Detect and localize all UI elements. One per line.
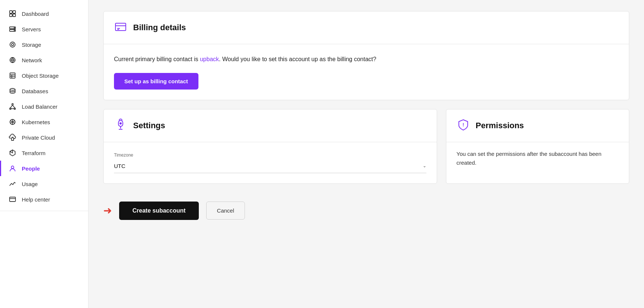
settings-card: Settings Timezone UTC ⌄ [103, 109, 437, 184]
billing-card-header: Billing details [104, 11, 629, 44]
svg-marker-30 [10, 150, 13, 153]
kubernetes-icon [8, 118, 17, 126]
storage-icon [8, 41, 17, 49]
terraform-icon [8, 149, 17, 157]
permissions-icon: ! [457, 118, 470, 133]
sidebar-item-help-center[interactable]: Help center [0, 192, 88, 207]
sidebar-item-object-storage[interactable]: Object Storage [0, 68, 88, 83]
settings-icon [114, 118, 127, 133]
svg-line-20 [10, 105, 13, 108]
sidebar-item-label: Help center [22, 196, 50, 203]
permissions-card-header: ! Permissions [446, 109, 629, 142]
settings-card-header: Settings [104, 109, 437, 142]
billing-contact-link[interactable]: upback [200, 56, 219, 62]
permissions-card: ! Permissions You can set the permission… [446, 109, 629, 184]
sidebar-item-databases[interactable]: Databases [0, 83, 88, 99]
sidebar-item-label: Load Balancer [22, 104, 58, 110]
set-billing-contact-button[interactable]: Set up as billing contact [114, 73, 198, 90]
sidebar-item-label: Network [22, 57, 42, 63]
svg-rect-32 [10, 197, 15, 202]
billing-card-body: Current primary billing contact is upbac… [104, 44, 629, 100]
settings-permissions-section: Settings Timezone UTC ⌄ ! [103, 109, 629, 193]
sidebar-item-network[interactable]: Network [0, 52, 88, 68]
sidebar-item-label: Usage [22, 181, 38, 187]
sidebar-item-private-cloud[interactable]: Private Cloud [0, 130, 88, 145]
footer-actions: ➜ Create subaccount Cancel [103, 202, 629, 220]
sidebar-item-label: Private Cloud [22, 134, 55, 141]
create-subaccount-button[interactable]: Create subaccount [119, 202, 199, 220]
arrow-container: ➜ [103, 204, 112, 217]
svg-rect-27 [11, 138, 14, 140]
svg-point-6 [14, 28, 15, 28]
sidebar-item-label: Servers [22, 26, 41, 32]
sidebar-item-terraform[interactable]: Terraform [0, 145, 88, 161]
svg-point-7 [14, 30, 15, 31]
main-content: Billing details Current primary billing … [89, 0, 644, 308]
svg-rect-1 [13, 11, 15, 13]
timezone-label: Timezone [114, 153, 426, 158]
people-icon [8, 164, 17, 172]
svg-point-31 [11, 166, 14, 169]
svg-point-16 [10, 88, 15, 90]
sidebar-item-label: Databases [22, 88, 48, 94]
permissions-card-title: Permissions [476, 121, 524, 130]
billing-card-title: Billing details [133, 23, 186, 32]
svg-point-9 [11, 43, 14, 46]
sidebar-item-label: People [22, 165, 40, 172]
load-balancer-icon [8, 102, 17, 111]
settings-card-body: Timezone UTC ⌄ [104, 142, 437, 183]
object-storage-icon [8, 71, 17, 80]
permissions-description: You can set the permissions after the su… [446, 142, 629, 178]
timezone-field: Timezone UTC ⌄ [114, 153, 426, 173]
billing-description: Current primary billing contact is upbac… [114, 55, 619, 64]
sidebar-item-dashboard[interactable]: Dashboard [0, 6, 88, 21]
usage-icon [8, 180, 17, 188]
svg-rect-12 [10, 73, 15, 78]
svg-point-17 [12, 104, 13, 105]
billing-card: Billing details Current primary billing … [103, 11, 629, 100]
arrow-right-icon: ➜ [103, 204, 112, 217]
sidebar-item-label: Terraform [22, 150, 45, 156]
svg-line-21 [13, 105, 15, 108]
sidebar: Dashboard Servers Storage [0, 0, 89, 308]
sidebar-item-kubernetes[interactable]: Kubernetes [0, 114, 88, 130]
private-cloud-icon [8, 133, 17, 141]
chevron-down-icon: ⌄ [423, 163, 426, 168]
svg-text:!: ! [463, 122, 464, 127]
timezone-value: UTC [114, 163, 125, 169]
sidebar-item-label: Kubernetes [22, 119, 50, 125]
sidebar-item-label: Object Storage [22, 73, 59, 79]
svg-point-38 [120, 123, 121, 124]
databases-icon [8, 87, 17, 95]
svg-rect-0 [10, 11, 12, 13]
sidebar-item-storage[interactable]: Storage [0, 37, 88, 52]
svg-point-8 [10, 42, 15, 47]
sidebar-item-load-balancer[interactable]: Load Balancer [0, 99, 88, 114]
timezone-select[interactable]: UTC ⌄ [114, 159, 426, 173]
sidebar-item-usage[interactable]: Usage [0, 176, 88, 192]
sidebar-divider [0, 211, 88, 211]
cancel-button[interactable]: Cancel [206, 202, 245, 220]
svg-rect-3 [13, 14, 15, 17]
help-center-icon [8, 195, 17, 203]
svg-rect-33 [115, 23, 126, 31]
dashboard-icon [8, 10, 17, 18]
sidebar-item-servers[interactable]: Servers [0, 21, 88, 37]
sidebar-item-people[interactable]: People [0, 161, 88, 176]
billing-icon [114, 20, 127, 35]
sidebar-item-label: Storage [22, 42, 41, 48]
sidebar-item-label: Dashboard [22, 11, 49, 17]
svg-rect-2 [10, 14, 12, 17]
settings-card-title: Settings [133, 121, 165, 130]
network-icon [8, 56, 17, 64]
servers-icon [8, 25, 17, 33]
